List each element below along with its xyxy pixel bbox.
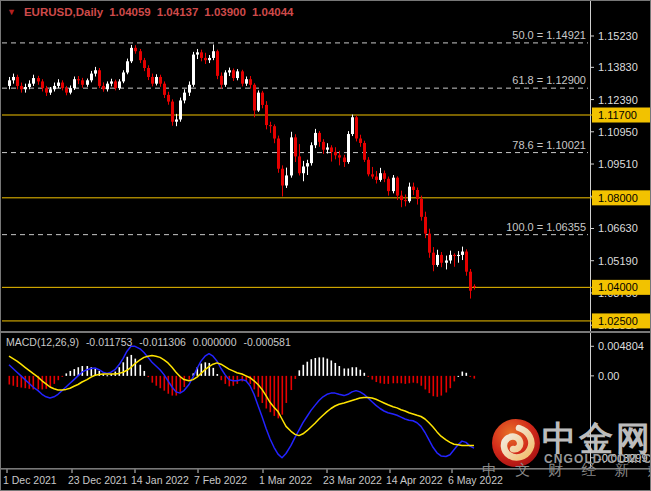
candle-body: [249, 79, 252, 85]
macd-histogram-bar: [433, 376, 435, 396]
mt4-chart-window: 50.0 = 1.1492161.8 = 1.1290078.6 = 1.100…: [0, 0, 651, 491]
macd-histogram-bar: [221, 376, 223, 380]
candle-body: [257, 93, 260, 111]
macd-histogram-bar: [274, 376, 276, 416]
highlighted-price-label: 1.08000: [598, 192, 638, 204]
candle-body: [188, 85, 191, 93]
macd-histogram-bar: [127, 357, 129, 376]
highlighted-price-label: 1.02500: [598, 315, 638, 327]
macd-histogram-bar: [376, 376, 378, 382]
macd-axis-label: 0.004804: [598, 340, 644, 352]
candle-body: [330, 147, 333, 151]
candle-body: [61, 83, 64, 89]
candle-body: [98, 70, 101, 86]
macd-histogram-bar: [229, 376, 231, 386]
candle-body: [428, 234, 431, 253]
date-label: 14 Apr 2022: [386, 474, 443, 486]
candle-body: [65, 88, 68, 92]
candle-body: [355, 117, 358, 138]
date-label: 23 Mar 2022: [323, 474, 382, 486]
candle-body: [449, 255, 452, 261]
macd-histogram-bar: [384, 376, 386, 384]
candle-body: [204, 58, 207, 60]
candle-body: [232, 70, 235, 78]
pane-separator[interactable]: [1, 331, 651, 333]
candle-body: [224, 72, 227, 84]
candle-body: [220, 76, 223, 85]
macd-histogram-bar: [299, 370, 301, 376]
macd-histogram-bar: [164, 376, 166, 391]
fib-level-label: 50.0 = 1.14921: [512, 29, 586, 41]
candle-body: [241, 71, 244, 83]
macd-histogram-bar: [323, 357, 325, 375]
candle-body: [81, 80, 84, 84]
candle-body: [347, 134, 350, 162]
candle-body: [420, 199, 423, 217]
candle-body: [86, 80, 89, 84]
candle-body: [359, 139, 362, 143]
macd-histogram-bar: [380, 376, 382, 383]
price-tick-label: 1.05190: [598, 255, 638, 267]
ohlc-header: ▼EURUSD,Daily1.040591.041371.039001.0404…: [7, 6, 293, 18]
candle-body: [114, 81, 117, 88]
macd-zero-value: 0.000000: [193, 336, 237, 348]
candle-body: [8, 80, 11, 86]
macd-histogram-bar: [156, 376, 158, 386]
macd-histogram-bar: [393, 376, 395, 383]
candle-body: [408, 187, 411, 202]
high-value: 1.04137: [157, 6, 199, 18]
candle-body: [343, 158, 346, 162]
candle-body: [122, 72, 125, 81]
candle-body: [281, 169, 284, 186]
macd-histogram-bar: [107, 375, 109, 376]
candle-body: [151, 77, 154, 84]
macd-histogram-bar: [148, 376, 150, 377]
watermark-tagline-text: 中 文 财 经 新 媒 体: [482, 461, 651, 480]
candle-body: [73, 79, 76, 88]
symbol-dropdown-icon[interactable]: ▼: [7, 7, 16, 17]
candle-body: [424, 217, 427, 234]
macd-histogram-bar: [466, 373, 468, 376]
macd-pane[interactable]: [9, 346, 476, 458]
candle-body: [77, 79, 80, 80]
highlighted-price-label: 1.04000: [598, 281, 638, 293]
macd-histogram-bar: [25, 376, 27, 388]
candle-body: [183, 93, 186, 101]
candle-body: [314, 133, 317, 145]
candle-body: [94, 70, 97, 73]
macd-histogram-bar: [429, 376, 431, 393]
macd-histogram-bar: [254, 376, 256, 390]
price-tick-label: 1.13830: [598, 61, 638, 73]
macd-histogram-bar: [348, 368, 350, 375]
macd-histogram-bar: [388, 376, 390, 384]
candle-body: [253, 85, 256, 111]
candle-body: [41, 81, 44, 88]
candle-body: [416, 190, 419, 199]
macd-histogram-bar: [441, 376, 443, 396]
candle-body: [12, 77, 15, 80]
time-axis[interactable]: 1 Dec 202123 Dec 202114 Jan 20227 Feb 20…: [3, 469, 503, 486]
candle-body: [236, 71, 239, 78]
macd-histogram-bar: [311, 359, 313, 376]
candle-body: [192, 55, 195, 85]
macd-histogram-bar: [66, 373, 68, 375]
macd-histogram-bar: [372, 376, 374, 380]
macd-histogram-bar: [266, 376, 268, 409]
candle-body: [445, 260, 448, 262]
main-pane[interactable]: 50.0 = 1.1492161.8 = 1.1290078.6 = 1.100…: [2, 29, 590, 321]
candle-body: [57, 83, 60, 86]
low-value: 1.03900: [204, 6, 246, 18]
candle-body: [143, 60, 146, 68]
candle-body: [53, 86, 56, 89]
price-tick-label: 1.06630: [598, 222, 638, 234]
candle-body: [334, 152, 337, 155]
candle-body: [298, 156, 301, 173]
macd-histogram-bar: [54, 376, 56, 384]
price-axis[interactable]: 1.152301.138301.123901.109501.095101.080…: [590, 1, 651, 469]
candle-body: [167, 95, 170, 102]
macd-histogram-bar: [50, 376, 52, 387]
candle-body: [171, 102, 174, 122]
candle-body: [102, 86, 105, 89]
candle-body: [212, 51, 215, 58]
candle-body: [375, 177, 378, 180]
